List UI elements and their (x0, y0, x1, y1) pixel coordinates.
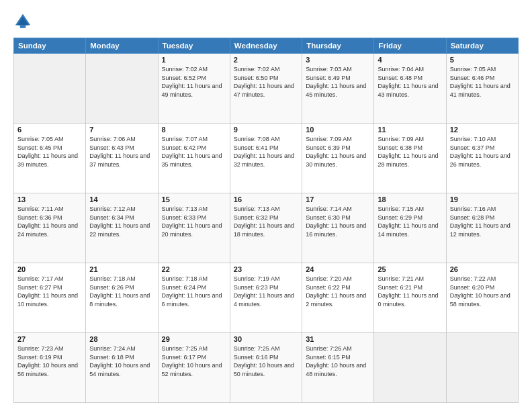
calendar-cell: 17 Sunrise: 7:14 AM Sunset: 6:30 PM Dayl… (302, 193, 374, 263)
calendar-body: 1 Sunrise: 7:02 AM Sunset: 6:52 PM Dayli… (14, 54, 519, 403)
sunrise-text: Sunrise: 7:09 AM (306, 136, 352, 142)
day-number: 21 (89, 265, 154, 273)
sunrise-text: Sunrise: 7:07 AM (162, 136, 208, 142)
daylight-text: Daylight: 11 hours and 0 minutes. (378, 292, 438, 308)
sunrise-text: Sunrise: 7:25 AM (162, 345, 208, 352)
calendar-cell: 14 Sunrise: 7:12 AM Sunset: 6:34 PM Dayl… (86, 193, 158, 263)
calendar-cell: 25 Sunrise: 7:21 AM Sunset: 6:21 PM Dayl… (374, 263, 446, 333)
day-info: Sunrise: 7:12 AM Sunset: 6:34 PM Dayligh… (89, 205, 154, 238)
daylight-text: Daylight: 11 hours and 18 minutes. (234, 222, 294, 238)
sunrise-text: Sunrise: 7:19 AM (234, 275, 280, 282)
calendar-cell: 7 Sunrise: 7:06 AM Sunset: 6:43 PM Dayli… (86, 124, 158, 193)
calendar-week: 27 Sunrise: 7:23 AM Sunset: 6:19 PM Dayl… (14, 333, 519, 403)
sunset-text: Sunset: 6:18 PM (89, 354, 134, 361)
sunset-text: Sunset: 6:22 PM (306, 284, 351, 291)
sunset-text: Sunset: 6:36 PM (17, 214, 62, 221)
sunrise-text: Sunrise: 7:20 AM (306, 275, 352, 282)
sunrise-text: Sunrise: 7:10 AM (450, 136, 496, 142)
calendar-cell: 18 Sunrise: 7:15 AM Sunset: 6:29 PM Dayl… (374, 193, 446, 263)
sunrise-text: Sunrise: 7:03 AM (306, 66, 352, 73)
calendar-cell: 6 Sunrise: 7:05 AM Sunset: 6:45 PM Dayli… (14, 124, 86, 193)
daylight-text: Daylight: 11 hours and 2 minutes. (306, 292, 366, 308)
sunrise-text: Sunrise: 7:02 AM (162, 66, 208, 73)
weekday-header: Thursday (302, 38, 374, 54)
sunset-text: Sunset: 6:30 PM (306, 214, 351, 221)
calendar-cell: 19 Sunrise: 7:16 AM Sunset: 6:28 PM Dayl… (446, 193, 518, 263)
calendar-week: 1 Sunrise: 7:02 AM Sunset: 6:52 PM Dayli… (14, 54, 519, 124)
sunrise-text: Sunrise: 7:15 AM (378, 205, 424, 212)
sunrise-text: Sunrise: 7:05 AM (17, 136, 64, 142)
daylight-text: Daylight: 11 hours and 24 minutes. (17, 222, 78, 238)
daylight-text: Daylight: 11 hours and 14 minutes. (378, 222, 438, 238)
sunset-text: Sunset: 6:49 PM (306, 75, 351, 81)
day-info: Sunrise: 7:18 AM Sunset: 6:26 PM Dayligh… (89, 275, 154, 308)
calendar-cell: 15 Sunrise: 7:13 AM Sunset: 6:33 PM Dayl… (158, 193, 230, 263)
daylight-text: Daylight: 11 hours and 22 minutes. (89, 222, 150, 238)
calendar-cell: 13 Sunrise: 7:11 AM Sunset: 6:36 PM Dayl… (14, 193, 86, 263)
day-info: Sunrise: 7:17 AM Sunset: 6:27 PM Dayligh… (17, 275, 82, 308)
daylight-text: Daylight: 11 hours and 8 minutes. (89, 292, 150, 308)
day-info: Sunrise: 7:13 AM Sunset: 6:32 PM Dayligh… (234, 205, 298, 238)
day-number: 12 (450, 126, 515, 134)
sunset-text: Sunset: 6:43 PM (89, 144, 134, 151)
calendar-cell: 23 Sunrise: 7:19 AM Sunset: 6:23 PM Dayl… (230, 263, 302, 333)
daylight-text: Daylight: 11 hours and 20 minutes. (162, 222, 222, 238)
sunrise-text: Sunrise: 7:24 AM (89, 345, 136, 352)
sunrise-text: Sunrise: 7:17 AM (17, 275, 64, 282)
day-info: Sunrise: 7:05 AM Sunset: 6:46 PM Dayligh… (450, 65, 515, 99)
sunset-text: Sunset: 6:46 PM (450, 75, 495, 81)
day-number: 30 (234, 335, 298, 343)
day-number: 11 (378, 126, 442, 134)
svg-rect-2 (20, 26, 26, 28)
calendar-cell: 8 Sunrise: 7:07 AM Sunset: 6:42 PM Dayli… (158, 124, 230, 193)
day-info: Sunrise: 7:25 AM Sunset: 6:16 PM Dayligh… (234, 345, 298, 378)
day-info: Sunrise: 7:22 AM Sunset: 6:20 PM Dayligh… (450, 275, 515, 308)
day-info: Sunrise: 7:09 AM Sunset: 6:38 PM Dayligh… (378, 135, 442, 169)
weekday-row: SundayMondayTuesdayWednesdayThursdayFrid… (14, 38, 519, 54)
day-info: Sunrise: 7:20 AM Sunset: 6:22 PM Dayligh… (306, 275, 370, 308)
sunset-text: Sunset: 6:48 PM (378, 75, 423, 81)
calendar-cell: 2 Sunrise: 7:02 AM Sunset: 6:50 PM Dayli… (230, 54, 302, 124)
calendar-cell (86, 54, 158, 124)
day-info: Sunrise: 7:09 AM Sunset: 6:39 PM Dayligh… (306, 135, 370, 169)
daylight-text: Daylight: 11 hours and 4 minutes. (234, 292, 294, 308)
day-info: Sunrise: 7:02 AM Sunset: 6:50 PM Dayligh… (234, 65, 298, 99)
daylight-text: Daylight: 11 hours and 39 minutes. (17, 152, 78, 168)
sunset-text: Sunset: 6:39 PM (306, 144, 351, 151)
sunset-text: Sunset: 6:42 PM (162, 144, 207, 151)
sunset-text: Sunset: 6:21 PM (378, 284, 423, 291)
day-info: Sunrise: 7:14 AM Sunset: 6:30 PM Dayligh… (306, 205, 370, 238)
day-number: 15 (162, 195, 226, 203)
daylight-text: Daylight: 10 hours and 50 minutes. (234, 362, 294, 377)
daylight-text: Daylight: 11 hours and 41 minutes. (450, 83, 511, 98)
calendar-cell: 12 Sunrise: 7:10 AM Sunset: 6:37 PM Dayl… (446, 124, 518, 193)
weekday-header: Monday (86, 38, 158, 54)
daylight-text: Daylight: 11 hours and 28 minutes. (378, 152, 438, 168)
weekday-header: Wednesday (230, 38, 302, 54)
sunset-text: Sunset: 6:41 PM (234, 144, 279, 151)
day-info: Sunrise: 7:16 AM Sunset: 6:28 PM Dayligh… (450, 205, 515, 238)
sunset-text: Sunset: 6:24 PM (162, 284, 207, 291)
calendar-cell: 5 Sunrise: 7:05 AM Sunset: 6:46 PM Dayli… (446, 54, 518, 124)
sunrise-text: Sunrise: 7:21 AM (378, 275, 424, 282)
calendar-header: SundayMondayTuesdayWednesdayThursdayFrid… (14, 38, 519, 54)
daylight-text: Daylight: 11 hours and 10 minutes. (17, 292, 78, 308)
weekday-header: Friday (374, 38, 446, 54)
logo (13, 12, 35, 31)
sunset-text: Sunset: 6:17 PM (162, 354, 207, 361)
daylight-text: Daylight: 11 hours and 47 minutes. (234, 83, 294, 98)
calendar-week: 20 Sunrise: 7:17 AM Sunset: 6:27 PM Dayl… (14, 263, 519, 333)
day-info: Sunrise: 7:06 AM Sunset: 6:43 PM Dayligh… (89, 135, 154, 169)
sunset-text: Sunset: 6:33 PM (162, 214, 207, 221)
calendar-cell: 11 Sunrise: 7:09 AM Sunset: 6:38 PM Dayl… (374, 124, 446, 193)
sunset-text: Sunset: 6:28 PM (450, 214, 495, 221)
day-info: Sunrise: 7:25 AM Sunset: 6:17 PM Dayligh… (162, 345, 226, 378)
sunrise-text: Sunrise: 7:06 AM (89, 136, 136, 142)
day-number: 5 (450, 56, 515, 64)
sunset-text: Sunset: 6:29 PM (378, 214, 423, 221)
day-info: Sunrise: 7:23 AM Sunset: 6:19 PM Dayligh… (17, 345, 82, 378)
calendar-table: SundayMondayTuesdayWednesdayThursdayFrid… (13, 38, 519, 403)
calendar-week: 13 Sunrise: 7:11 AM Sunset: 6:36 PM Dayl… (14, 193, 519, 263)
sunrise-text: Sunrise: 7:11 AM (17, 205, 64, 212)
calendar-cell: 20 Sunrise: 7:17 AM Sunset: 6:27 PM Dayl… (14, 263, 86, 333)
